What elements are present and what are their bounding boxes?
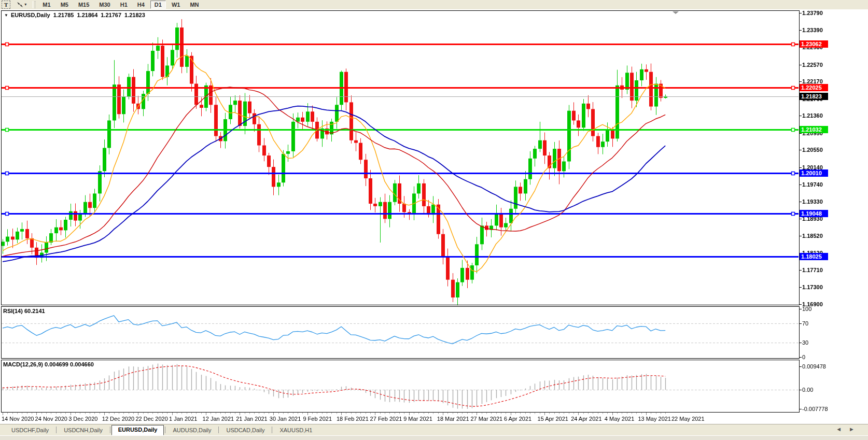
timeframe-button-m15[interactable]: M15 bbox=[74, 1, 93, 9]
chart-tab-eurusd[interactable]: EURUSD,Daily bbox=[111, 425, 164, 435]
tab-divider bbox=[56, 427, 57, 433]
timeframe-button-w1[interactable]: W1 bbox=[167, 1, 185, 9]
timeframe-button-mn[interactable]: MN bbox=[186, 1, 203, 9]
chart-canvas[interactable] bbox=[0, 9, 868, 440]
timeframe-button-d1[interactable]: D1 bbox=[150, 1, 166, 9]
bottom-scroll-strip[interactable] bbox=[0, 435, 868, 440]
toolbar: T ▾ M1M5M15M30H1H4D1W1MN bbox=[0, 0, 868, 10]
tab-divider bbox=[272, 427, 272, 433]
chart-tab-xauusd[interactable]: XAUUSD,H1 bbox=[273, 425, 318, 435]
chart-tab-usdchf[interactable]: USDCHF,Daily bbox=[5, 425, 55, 435]
tab-scroll-right-icon[interactable]: ► bbox=[849, 426, 862, 432]
timeframe-button-m30[interactable]: M30 bbox=[95, 1, 114, 9]
chart-tab-usdcnh[interactable]: USDCNH,Daily bbox=[58, 425, 109, 435]
timeframe-button-h4[interactable]: H4 bbox=[133, 1, 149, 9]
tab-divider bbox=[165, 427, 165, 433]
chart-tab-bar: USDCHF,DailyUSDCNH,DailyEURUSD,DailyAUDU… bbox=[0, 424, 868, 435]
chart-window: ▼EURUSD,Daily1.217851.218641.217671.2182… bbox=[0, 9, 868, 424]
chart-tab-audusd[interactable]: AUDUSD,Daily bbox=[166, 425, 217, 435]
tab-divider bbox=[218, 427, 219, 433]
tab-scroll-arrows: ◄► bbox=[836, 426, 862, 432]
chart-tab-usdcad[interactable]: USDCAD,Daily bbox=[220, 425, 271, 435]
tab-scroll-left-icon[interactable]: ◄ bbox=[836, 426, 849, 432]
mt4-application-window: T ▾ M1M5M15M30H1H4D1W1MN ▼EURUSD,Daily1.… bbox=[0, 0, 868, 440]
timeframe-button-m5[interactable]: M5 bbox=[57, 1, 73, 9]
arrow-styles-button[interactable]: ▾ bbox=[15, 1, 29, 8]
chevron-down-icon: ▾ bbox=[24, 1, 26, 8]
timeframe-button-group: M1M5M15M30H1H4D1W1MN bbox=[38, 1, 204, 9]
timeframe-button-m1[interactable]: M1 bbox=[38, 1, 54, 9]
timeframe-button-h1[interactable]: H1 bbox=[116, 1, 132, 9]
text-tool-button[interactable]: T bbox=[2, 1, 10, 9]
toolbar-grip bbox=[33, 1, 35, 8]
tab-divider bbox=[110, 427, 110, 433]
arrows-icon bbox=[17, 2, 23, 8]
